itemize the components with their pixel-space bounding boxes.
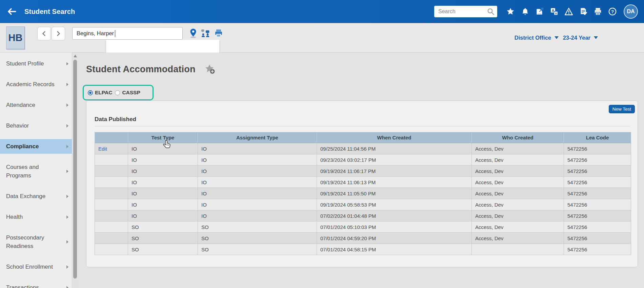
radio-button-icon[interactable] [115, 90, 120, 95]
cell-test-type: IO [128, 166, 198, 177]
location-pin-icon[interactable] [188, 28, 198, 38]
global-search [434, 6, 497, 17]
sidebar-item-school-enrollment[interactable]: School Enrollment [0, 256, 72, 277]
previous-student-button[interactable] [37, 27, 51, 40]
cell-lea-code: 5472256 [564, 177, 631, 188]
radio-option-cassp[interactable]: CASSP [115, 90, 140, 96]
sidebar-item-transactions[interactable]: Transactions [0, 277, 72, 288]
new-test-button[interactable]: New Test [609, 105, 635, 113]
printer-icon[interactable] [593, 7, 602, 16]
data-published-table: Test TypeAssignment TypeWhen CreatedWho … [95, 132, 631, 255]
page-title: Student Accommodation [86, 64, 196, 75]
sidebar-item-compliance[interactable]: Compliance [0, 136, 72, 157]
sidebar-item-courses-and-programs[interactable]: Courses and Programs [0, 157, 72, 186]
cell-action [95, 210, 128, 222]
school-selector[interactable]: District Office [515, 23, 559, 52]
cell-when-created: 09/19/2024 05:58:53 PM [317, 199, 472, 210]
cell-lea-code: 5472256 [564, 154, 631, 166]
warning-triangle-icon[interactable] [564, 7, 573, 16]
table-row: SOSO07/01/2024 05:10:03 PMAccess, Dev547… [95, 222, 631, 233]
student-search-dropdown[interactable] [106, 40, 219, 53]
column-header-lea-code[interactable]: Lea Code [564, 132, 631, 143]
column-header-assignment-type[interactable]: Assignment Type [198, 132, 317, 143]
sidebar-item-label: School Enrollment [6, 263, 53, 271]
cell-lea-code: 5472256 [564, 188, 631, 199]
student-context-bar: HB District Office 23-24 Year [0, 23, 644, 53]
sidebar-item-label: Student Profile [6, 59, 44, 68]
edit-link[interactable]: Edit [98, 146, 107, 152]
cell-test-type: IO [128, 177, 198, 188]
cell-test-type: SO [128, 244, 198, 255]
cell-assignment-type: IO [198, 199, 317, 210]
cell-assignment-type: SO [198, 233, 317, 244]
cell-lea-code: 5472256 [564, 199, 631, 210]
sidebar-item-label: Courses and Programs [6, 163, 63, 180]
compose-new-window-icon[interactable] [535, 7, 544, 16]
radio-option-label: CASSP [122, 90, 140, 96]
scrollbar-thumb[interactable] [73, 60, 77, 279]
column-header-actions[interactable] [95, 132, 128, 143]
cell-assignment-type: IO [198, 166, 317, 177]
table-body: EditIOIO09/25/2024 11:04:56 PMAccess, De… [95, 143, 631, 255]
cell-assignment-type: IO [198, 154, 317, 166]
table-row: IOIO09/23/2024 03:02:17 PMAccess, Dev547… [95, 154, 631, 166]
help-icon[interactable]: ? [608, 7, 617, 16]
student-photo-placeholder: HB [6, 26, 25, 49]
scrollbar-up-arrow[interactable] [74, 55, 77, 57]
student-name-input[interactable] [72, 27, 183, 40]
sidebar-item-attendance[interactable]: Attendance [0, 95, 72, 115]
search-icon[interactable] [487, 7, 495, 16]
back-arrow-icon [6, 6, 17, 17]
chevron-right-icon [66, 145, 68, 148]
cell-lea-code: 5472256 [564, 143, 631, 154]
cell-who-created: Access, Dev [472, 199, 564, 210]
radio-option-elpac[interactable]: ELPAC [88, 90, 112, 96]
user-avatar[interactable]: DA [624, 4, 638, 19]
column-header-test-type[interactable]: Test Type [128, 132, 198, 143]
sidebar-item-health[interactable]: Health [0, 207, 72, 227]
cell-who-created [472, 244, 564, 255]
sidebar-item-label: Health [6, 213, 23, 221]
back-button[interactable] [5, 4, 19, 19]
cell-when-created: 09/19/2024 11:06:17 PM [317, 166, 472, 177]
next-student-button[interactable] [52, 27, 65, 40]
chevron-right-icon [66, 103, 68, 107]
cell-test-type: IO [128, 154, 198, 166]
cell-who-created: Access, Dev [472, 233, 564, 244]
cell-lea-code: 5472256 [564, 222, 631, 233]
column-header-when-created[interactable]: When Created [317, 132, 472, 143]
cell-test-type: SO [128, 222, 198, 233]
sidebar-item-postsecondary-readiness[interactable]: Postsecondary Readiness [0, 227, 72, 256]
table-row: IOIO07/02/2024 01:04:48 PMAccess, Dev547… [95, 210, 631, 222]
chevron-right-icon [66, 195, 68, 198]
sidebar-item-label: Transactions [6, 283, 39, 288]
page-context-title: Student Search [24, 8, 75, 16]
contacts-conference-icon[interactable] [201, 28, 211, 38]
document-check-icon[interactable] [579, 7, 588, 16]
sidebar-item-data-exchange[interactable]: Data Exchange [0, 186, 72, 207]
cell-when-created: 07/01/2024 04:59:20 PM [317, 233, 472, 244]
table-row: IOIO09/19/2024 11:06:17 PMAccess, Dev547… [95, 166, 631, 177]
student-printer-icon[interactable] [214, 28, 224, 38]
section-divider [95, 126, 630, 127]
cell-assignment-type: SO [198, 222, 317, 233]
toolbar-icons: Aa ? [506, 7, 617, 16]
column-header-who-created[interactable]: Who Created [472, 132, 564, 143]
notifications-bell-icon[interactable] [521, 7, 529, 16]
page-favorite-star-plus-icon[interactable] [204, 64, 216, 75]
sidebar-item-label: Behavior [6, 121, 29, 130]
cell-who-created: Access, Dev [472, 166, 564, 177]
cell-when-created: 07/02/2024 01:04:48 PM [317, 210, 472, 222]
translate-icon[interactable]: Aa [550, 7, 559, 16]
radio-button-icon[interactable] [88, 90, 93, 95]
favorites-star-icon[interactable] [506, 7, 515, 16]
cell-when-created: 09/23/2024 03:02:17 PM [317, 154, 472, 166]
cell-who-created: Access, Dev [472, 188, 564, 199]
cell-action [95, 244, 128, 255]
sidebar-item-academic-records[interactable]: Academic Records [0, 74, 72, 95]
sidebar-item-student-profile[interactable]: Student Profile [0, 53, 72, 74]
sidebar-item-behavior[interactable]: Behavior [0, 115, 72, 136]
data-published-heading: Data Published [95, 116, 630, 123]
year-selector[interactable]: 23-24 Year [563, 23, 598, 52]
sidebar-item-label: Compliance [6, 142, 39, 151]
